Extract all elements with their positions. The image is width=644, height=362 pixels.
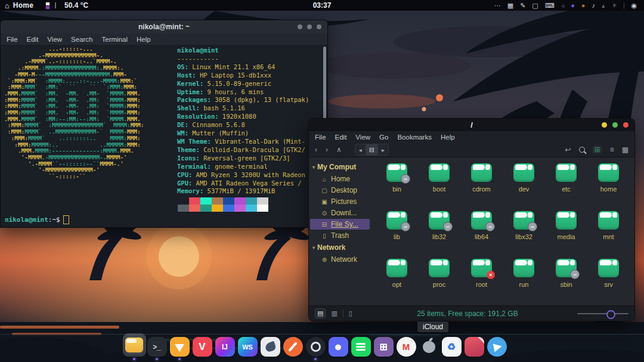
back-button[interactable]: ‹	[315, 146, 317, 153]
dock-item-books[interactable]	[463, 337, 485, 360]
folder-item-home[interactable]: home	[587, 163, 630, 211]
menu-item-edit[interactable]: Edit	[27, 36, 39, 43]
system-monitor-applet[interactable]	[45, 2, 50, 10]
treeview-button[interactable]: ▥	[331, 310, 337, 317]
path-prev-icon[interactable]: ◂	[355, 144, 366, 155]
dock-item-spotify[interactable]	[349, 337, 372, 360]
folder-item-boot[interactable]: boot	[418, 163, 460, 211]
dock-item-pen-app[interactable]	[281, 337, 304, 360]
folder-item-lib64[interactable]: ∞lib64	[460, 211, 503, 259]
sidebar-item-downloads[interactable]: ⊙Downl...	[310, 208, 370, 218]
menu-item-view[interactable]: View	[47, 36, 62, 43]
folder-item-opt[interactable]: opt	[376, 259, 418, 307]
drive-icon[interactable]: ⊟	[366, 144, 378, 155]
sidebar-item-network[interactable]: ⊕Network	[310, 254, 370, 265]
folder-item-srv[interactable]: srv	[587, 259, 630, 307]
folder-item-lib32[interactable]: ∞lib32	[418, 211, 460, 259]
dock-item-webstorm[interactable]: WS	[236, 337, 259, 360]
sidebar-item-trash[interactable]: ▯Trash	[310, 230, 370, 241]
app-grid-icon[interactable]: ▦	[507, 2, 513, 9]
folder-item-mnt[interactable]: mnt	[587, 211, 630, 259]
folder-item-cdrom[interactable]: cdrom	[460, 163, 503, 211]
prompt-path: :~$	[48, 216, 60, 224]
folder-item-dev[interactable]: dev	[503, 163, 545, 211]
list-view-button[interactable]: ≡	[610, 146, 614, 153]
folder-item-root[interactable]: ×root	[460, 259, 503, 307]
dock-item-discord[interactable]: ☻	[327, 337, 349, 360]
zoom-slider-knob[interactable]	[606, 310, 615, 319]
notes-icon[interactable]: ▢	[532, 2, 538, 9]
folder-label: etc	[562, 185, 571, 193]
dock-item-file-manager[interactable]	[123, 333, 145, 360]
dock-item-telegram[interactable]	[485, 337, 508, 360]
sidebar-item-desktop[interactable]: ▢Desktop	[310, 185, 370, 196]
wifi-icon[interactable]: ▴	[602, 2, 605, 9]
dock-item-terminal[interactable]: >_	[145, 337, 168, 360]
up-button[interactable]: ∧	[336, 146, 342, 153]
menu-item-search[interactable]: Search	[71, 36, 92, 43]
dock-item-app-grid[interactable]: ⊞	[372, 337, 395, 360]
overflow-icon[interactable]: ⋯	[494, 2, 501, 9]
devices-button[interactable]: ▯	[349, 310, 352, 317]
user-icon[interactable]: ◉	[631, 2, 637, 9]
sidebar-section-mycomput[interactable]: ▾My Comput	[309, 161, 371, 173]
folder-item-sbin[interactable]: ∞sbin	[545, 259, 587, 307]
folder-item-proc[interactable]: proc	[418, 259, 460, 307]
menu-item-edit[interactable]: Edit	[335, 134, 347, 141]
temperature-readout[interactable]: 50.4 °C	[64, 1, 88, 10]
menu-item-bookmarks[interactable]: Bookmarks	[397, 134, 432, 141]
maximize-button[interactable]	[307, 24, 312, 29]
forward-button[interactable]: ›	[326, 146, 328, 153]
compact-view-button[interactable]: ▦	[622, 146, 628, 153]
folder-item-run[interactable]: run	[503, 259, 545, 307]
zoom-slider[interactable]	[577, 313, 628, 314]
folder-item-media[interactable]: media	[545, 211, 587, 259]
sidebar-item-home[interactable]: ⌂Home	[310, 174, 370, 184]
grid-view-button[interactable]: ⊞	[593, 146, 602, 154]
menu-item-file[interactable]: File	[7, 36, 18, 43]
edit-icon[interactable]: ✎	[520, 2, 525, 9]
close-button[interactable]	[317, 24, 321, 29]
folder-item-libx32[interactable]: ∞libx32	[503, 211, 545, 259]
folder-item-lib[interactable]: ∞lib	[376, 211, 418, 259]
sidebar-section-network[interactable]: ▾Network	[309, 242, 371, 253]
menu-item-help[interactable]: Help	[441, 134, 455, 141]
maximize-button[interactable]	[612, 122, 618, 128]
path-next-icon[interactable]: ▸	[378, 144, 388, 155]
brave-icon	[170, 337, 190, 357]
redshift-icon[interactable]: ☀	[612, 2, 618, 9]
folder-item-etc[interactable]: etc	[545, 163, 587, 211]
dock-item-trash[interactable]: ♻	[440, 337, 463, 360]
toggle-location-bar-icon[interactable]: ↩	[565, 146, 571, 153]
menu-item-help[interactable]: Help	[137, 36, 151, 43]
search-icon[interactable]	[579, 147, 585, 153]
folder-item-bin[interactable]: ∞bin	[376, 163, 418, 211]
minimize-button[interactable]	[298, 24, 302, 29]
dock-item-gmail[interactable]: M	[395, 337, 417, 360]
file-manager-titlebar[interactable]: /	[309, 119, 634, 131]
discord-tray-icon[interactable]: ●	[571, 2, 575, 9]
dock-item-brave[interactable]	[168, 337, 191, 360]
menu-item-terminal[interactable]: Terminal	[102, 36, 128, 43]
dock-item-vivaldi[interactable]: V	[191, 337, 213, 360]
home-menu-button[interactable]: Home	[13, 1, 33, 10]
brave-tray-icon[interactable]: ●	[581, 2, 586, 9]
dock-item-icloud[interactable]	[417, 337, 440, 360]
dock-item-dolphin-app[interactable]	[259, 337, 281, 360]
dock-tooltip: iCloud	[417, 321, 448, 332]
dock-item-intellij-idea[interactable]: IJ	[213, 337, 236, 360]
menu-item-go[interactable]: Go	[379, 134, 388, 141]
minimize-button[interactable]	[602, 122, 607, 128]
sidebar-item-filesystem[interactable]: ⊟File Sy...	[310, 219, 370, 230]
menu-item-file[interactable]: File	[315, 134, 326, 141]
terminal-titlebar[interactable]: nikola@mint: ~	[1, 20, 327, 33]
sidebar-item-pictures[interactable]: ▣Pictures	[310, 196, 370, 207]
keyboard-icon[interactable]: ⌨	[545, 2, 555, 9]
toggle-places-button[interactable]: ▤	[315, 308, 326, 318]
telegram-tray-icon[interactable]: ◃	[561, 2, 565, 9]
music-icon[interactable]: ♪	[592, 2, 595, 9]
dock-item-steam[interactable]	[304, 337, 327, 360]
menu-item-view[interactable]: View	[355, 134, 370, 141]
intellij-idea-icon: IJ	[215, 337, 235, 357]
close-button[interactable]	[623, 122, 628, 128]
